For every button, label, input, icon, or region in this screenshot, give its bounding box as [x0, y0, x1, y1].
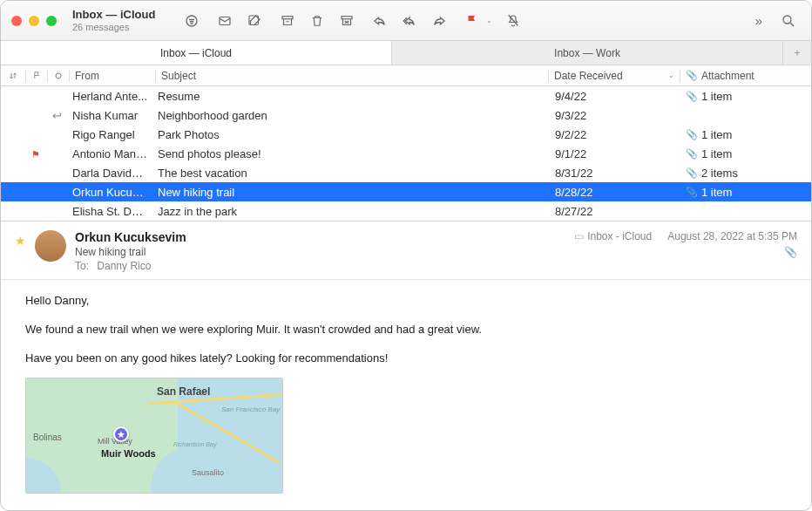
message-row[interactable]: Rigo RangelPark Photos9/2/22📎1 item	[1, 125, 811, 144]
more-tools-button[interactable]: »	[747, 11, 771, 31]
traffic-lights	[11, 16, 57, 26]
row-from: Antonio Manri...	[67, 147, 152, 160]
junk-button[interactable]	[335, 11, 359, 31]
map-label-san-rafael: San Rafael	[157, 384, 210, 400]
row-date: 9/2/22	[550, 128, 680, 141]
titlebar: Inbox — iCloud 26 messages	[1, 1, 811, 41]
tab-inbox-work[interactable]: Inbox — Work	[392, 41, 783, 65]
row-from: Darla Davidson	[67, 167, 152, 180]
paperclip-icon: 📎	[784, 246, 797, 258]
window-title: Inbox — iCloud	[72, 8, 155, 22]
star-icon[interactable]: ★	[15, 234, 26, 272]
read-column-header[interactable]	[48, 72, 69, 79]
tab-label: Inbox — Work	[554, 47, 620, 59]
flag-button[interactable]	[460, 11, 484, 31]
message-row[interactable]: ↩Nisha KumarNeighborhood garden9/3/22	[1, 106, 811, 125]
minimize-window-button[interactable]	[29, 16, 39, 26]
get-mail-button[interactable]	[213, 11, 237, 31]
column-headers: From Subject Date Received ⌄ 📎 Attachmen…	[1, 65, 811, 86]
paperclip-icon: 📎	[686, 70, 698, 81]
row-attachment: 📎1 item	[680, 128, 811, 141]
tab-inbox-icloud[interactable]: Inbox — iCloud	[1, 41, 392, 65]
paperclip-icon: 📎	[686, 167, 698, 179]
row-date: 9/3/22	[550, 109, 680, 122]
flag-column-header[interactable]	[26, 71, 47, 80]
reply-all-button[interactable]	[397, 11, 422, 31]
preview-subject: New hiking trail	[75, 246, 565, 258]
body-paragraph: Hello Danny,	[25, 292, 787, 310]
row-attachment: 📎1 item	[680, 147, 811, 160]
preview-pane: ★ Orkun Kucuksevim New hiking trail To: …	[1, 221, 811, 510]
preview-folder[interactable]: ▭ Inbox - iCloud	[574, 230, 652, 242]
row-from: Elisha St. Denis	[67, 205, 152, 218]
row-attachment: 📎1 item	[680, 186, 811, 199]
row-attachment: 📎2 items	[680, 167, 811, 180]
row-date: 8/28/22	[550, 186, 680, 199]
mail-window: Inbox — iCloud 26 messages	[0, 0, 812, 511]
row-replied-icon: ↩	[46, 109, 67, 122]
svg-rect-3	[282, 16, 293, 18]
flag-dropdown-caret[interactable]: ⌄	[486, 17, 492, 24]
row-from: Orkun Kucuks...	[67, 186, 152, 199]
map-label-bolinas: Bolinas	[33, 431, 62, 445]
window-title-group: Inbox — iCloud 26 messages	[72, 8, 155, 33]
row-subject: Neighborhood garden	[152, 109, 550, 122]
message-row[interactable]: Herland Ante...Resume9/4/22📎1 item	[1, 86, 811, 106]
body-paragraph: We found a new trail when we were explor…	[25, 321, 787, 339]
preview-to-name[interactable]: Danny Rico	[97, 260, 151, 272]
from-column-header[interactable]: From	[70, 70, 155, 82]
row-flag-icon: ⚑	[25, 147, 46, 160]
map-label-richardson-bay: Richardson Bay	[173, 439, 208, 449]
add-tab-button[interactable]: ＋	[783, 41, 811, 65]
sort-column-button[interactable]	[1, 71, 25, 81]
map-attachment[interactable]: San Rafael Bolinas Mill Valley Sausalito…	[25, 378, 283, 494]
message-row[interactable]: ⚑Antonio Manri...Send photos please!9/1/…	[1, 144, 811, 163]
folder-icon: ▭	[574, 230, 584, 242]
row-subject: Park Photos	[152, 128, 550, 141]
reply-button[interactable]	[368, 11, 392, 31]
message-row[interactable]: Orkun Kucuks...New hiking trail8/28/22📎1…	[1, 182, 811, 201]
date-column-header[interactable]: Date Received ⌄	[549, 70, 680, 82]
svg-point-5	[783, 16, 791, 24]
filter-button[interactable]	[179, 11, 204, 31]
paperclip-icon: 📎	[686, 187, 698, 198]
zoom-window-button[interactable]	[46, 16, 57, 26]
chevron-down-icon: ⌄	[668, 72, 674, 79]
attachment-column-header[interactable]: 📎 Attachment	[680, 70, 811, 82]
message-row[interactable]: Darla DavidsonThe best vacation8/31/22📎2…	[1, 163, 811, 182]
preview-to-label: To:	[75, 260, 89, 272]
tab-strip: Inbox — iCloud Inbox — Work ＋	[1, 41, 811, 65]
preview-header: ★ Orkun Kucuksevim New hiking trail To: …	[1, 221, 811, 280]
avatar[interactable]	[35, 230, 66, 262]
map-label-sf-bay: San Francisco Bay	[221, 405, 265, 416]
row-from: Nisha Kumar	[67, 109, 152, 122]
row-subject: Jazz in the park	[152, 205, 550, 218]
close-window-button[interactable]	[11, 16, 22, 26]
row-date: 8/27/22	[550, 205, 680, 218]
row-from: Herland Ante...	[67, 90, 152, 103]
delete-button[interactable]	[305, 11, 329, 31]
search-button[interactable]	[776, 11, 801, 31]
archive-button[interactable]	[275, 11, 300, 31]
row-date: 8/31/22	[550, 167, 680, 180]
row-subject: Send photos please!	[152, 147, 550, 160]
svg-point-0	[186, 16, 197, 26]
preview-to: To: Danny Rico	[75, 260, 565, 272]
paperclip-icon: 📎	[686, 91, 698, 102]
paperclip-icon: 📎	[686, 129, 698, 140]
compose-button[interactable]	[242, 11, 267, 31]
map-pin-label: Muir Woods	[101, 446, 156, 462]
row-date: 9/4/22	[550, 90, 680, 103]
toolbar: ⌄ »	[179, 11, 801, 31]
row-subject: The best vacation	[152, 167, 550, 180]
message-row[interactable]: Elisha St. DenisJazz in the park8/27/22	[1, 201, 811, 221]
body-paragraph: Have you been on any good hikes lately? …	[25, 350, 787, 368]
mute-button[interactable]	[501, 11, 525, 31]
preview-datetime: August 28, 2022 at 5:35 PM	[667, 230, 797, 242]
svg-rect-1	[220, 17, 230, 24]
subject-column-header[interactable]: Subject	[156, 70, 548, 82]
preview-body: Hello Danny, We found a new trail when w…	[1, 280, 811, 506]
forward-button[interactable]	[427, 11, 451, 31]
map-label-sausalito: Sausalito	[192, 467, 224, 479]
svg-rect-4	[342, 16, 352, 18]
